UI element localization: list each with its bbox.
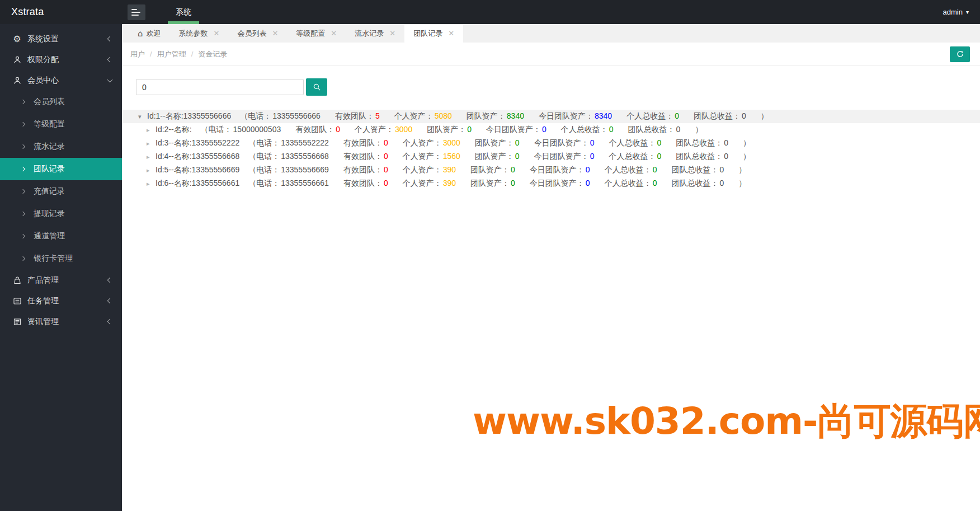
close-icon[interactable]: ✕	[331, 29, 337, 37]
row-field-valid_team: 有效团队：0	[343, 152, 388, 162]
tab-等级配置[interactable]: ⌂ 等级配置 ✕	[287, 24, 346, 43]
sidebar-subitem-团队记录[interactable]: 团队记录	[0, 158, 122, 180]
row-field-team_income: 团队总收益：0	[694, 111, 746, 121]
row-field-today_team_assets: 今日团队资产：8340	[539, 111, 612, 121]
news-icon	[12, 317, 22, 326]
header-nav-system[interactable]: 系统	[161, 0, 206, 24]
row-field-personal_income: 个人总收益：0	[609, 138, 661, 148]
sidebar-item-label: 会员中心	[27, 76, 59, 86]
close-icon[interactable]: ✕	[214, 29, 220, 37]
tab-团队记录[interactable]: ⌂ 团队记录 ✕	[404, 24, 463, 43]
row-field-personal_income: 个人总收益：0	[626, 111, 679, 121]
row-field-today_team_assets: 今日团队资产：0	[530, 165, 590, 175]
chevron-icon	[107, 298, 113, 304]
tree-row[interactable]: ▸ Id:4--名称:13355556668 （电话：13355556668有效…	[122, 150, 980, 163]
row-id-name: Id:6--名称:13355556661	[156, 179, 239, 189]
tab-label: 系统参数	[179, 29, 208, 39]
sidebar-subitem-通道管理[interactable]: 通道管理	[0, 225, 122, 247]
tab-会员列表[interactable]: ⌂ 会员列表 ✕	[228, 24, 287, 43]
expand-toggle-icon[interactable]: ▸	[147, 153, 156, 161]
expand-toggle-icon[interactable]: ▸	[147, 126, 156, 134]
sidebar-item-产品管理[interactable]: 产品管理	[0, 270, 122, 290]
search-button[interactable]	[306, 78, 327, 96]
expand-toggle-icon[interactable]: ▾	[138, 113, 147, 120]
sidebar-item-label: 资讯管理	[27, 317, 59, 327]
sidebar-subitem-label: 等级配置	[34, 119, 65, 129]
close-icon[interactable]: ✕	[272, 29, 278, 37]
row-id-name: Id:3--名称:13355552222	[156, 138, 239, 148]
sidebar-subitem-等级配置[interactable]: 等级配置	[0, 113, 122, 135]
sidebar-subitem-会员列表[interactable]: 会员列表	[0, 91, 122, 113]
row-field-team_assets: 团队资产：0	[475, 152, 520, 162]
sidebar-toggle-button[interactable]	[128, 4, 145, 20]
sidebar-subitem-流水记录[interactable]: 流水记录	[0, 135, 122, 158]
row-field-personal_income: 个人总收益：0	[605, 165, 657, 175]
home-icon: ⌂	[138, 29, 143, 39]
content: ▾ Id:1--名称:13355556666 （电话：13355556666有效…	[122, 66, 980, 190]
sidebar: ⚙ 系统设置 权限分配 会员中心 会员列表 等级配置 流水记录 团队记录 充值记…	[0, 24, 122, 511]
sidebar-subitem-提现记录[interactable]: 提现记录	[0, 203, 122, 225]
task-icon	[12, 296, 22, 306]
sidebar-item-系统设置[interactable]: ⚙ 系统设置	[0, 29, 122, 49]
row-field-valid_team: 有效团队：0	[295, 125, 340, 135]
sidebar-item-label: 产品管理	[27, 275, 59, 285]
close-icon[interactable]: ✕	[448, 29, 454, 37]
expand-toggle-icon[interactable]: ▸	[147, 167, 156, 174]
tab-系统参数[interactable]: ⌂ 系统参数 ✕	[170, 24, 229, 43]
row-field-valid_team: 有效团队：0	[343, 179, 388, 189]
tab-label: 欢迎	[147, 29, 161, 39]
row-field-personal_assets: 个人资产：5080	[394, 111, 452, 121]
row-field-today_team_assets: 今日团队资产：0	[486, 125, 546, 135]
breadcrumb-separator: /	[150, 50, 152, 58]
row-field-phone: （电话：13355556669	[248, 165, 329, 175]
row-field-team_assets: 团队资产：0	[470, 179, 515, 189]
row-field-team_income: 团队总收益：0	[676, 152, 728, 162]
sidebar-subitem-label: 通道管理	[34, 231, 65, 241]
tree-row[interactable]: ▸ Id:2--名称: （电话：15000000503有效团队：0个人资产：30…	[122, 123, 980, 137]
member-icon	[12, 76, 22, 85]
sidebar-item-权限分配[interactable]: 权限分配	[0, 49, 122, 70]
sidebar-item-资讯管理[interactable]: 资讯管理	[0, 311, 122, 332]
chevron-right-icon	[21, 212, 25, 216]
tab-欢迎[interactable]: ⌂ 欢迎 ✕	[129, 24, 170, 43]
row-field-personal_assets: 个人资产：390	[403, 165, 456, 175]
row-field-team_income: 团队总收益：0	[628, 125, 681, 135]
search-input[interactable]	[136, 79, 304, 95]
sidebar-item-任务管理[interactable]: 任务管理	[0, 290, 122, 311]
chevron-right-icon	[21, 144, 25, 149]
tab-流水记录[interactable]: ⌂ 流水记录 ✕	[346, 24, 404, 43]
chevron-icon	[107, 77, 113, 82]
close-icon[interactable]: ✕	[389, 29, 395, 37]
row-field-phone: （电话：13355556668	[248, 152, 329, 162]
sidebar-item-会员中心[interactable]: 会员中心	[0, 70, 122, 91]
sidebar-subitem-银行卡管理[interactable]: 银行卡管理	[0, 247, 122, 270]
refresh-button[interactable]	[950, 46, 970, 62]
chevron-icon	[107, 278, 113, 283]
row-field-team_assets: 团队资产：0	[470, 165, 515, 175]
row-id-name: Id:4--名称:13355556668	[156, 152, 239, 162]
chevron-icon	[107, 36, 113, 42]
sidebar-menu: ⚙ 系统设置 权限分配 会员中心 会员列表 等级配置 流水记录 团队记录 充值记…	[0, 24, 122, 332]
main-area: ⌂ 欢迎 ✕ ⌂ 系统参数 ✕ ⌂ 会员列表 ✕ ⌂ 等级配置 ✕ ⌂ 流水记录…	[122, 24, 980, 511]
tree-row[interactable]: ▸ Id:3--名称:13355552222 （电话：13355552222有效…	[122, 137, 980, 150]
row-field-team_assets: 团队资产：0	[427, 125, 472, 135]
sidebar-subitem-充值记录[interactable]: 充值记录	[0, 180, 122, 203]
search-icon	[313, 83, 321, 91]
sidebar-subitem-label: 提现记录	[34, 209, 65, 219]
row-field-personal_assets: 个人资产：3000	[403, 138, 460, 148]
tree-row[interactable]: ▸ Id:5--名称:13355556669 （电话：13355556669有效…	[122, 163, 980, 177]
row-id-name: Id:5--名称:13355556669	[156, 165, 239, 175]
tab-label: 团队记录	[413, 29, 442, 39]
top-header: Xstrata 系统 admin ▾	[0, 0, 980, 24]
app-logo: Xstrata	[0, 6, 122, 18]
tree-row[interactable]: ▸ Id:6--名称:13355556661 （电话：13355556661有效…	[122, 177, 980, 190]
row-field-personal_income: 个人总收益：0	[609, 152, 661, 162]
breadcrumb-item[interactable]: 用户	[130, 49, 145, 59]
tab-bar: ⌂ 欢迎 ✕ ⌂ 系统参数 ✕ ⌂ 会员列表 ✕ ⌂ 等级配置 ✕ ⌂ 流水记录…	[122, 24, 980, 43]
user-menu[interactable]: admin ▾	[943, 8, 969, 16]
expand-toggle-icon[interactable]: ▸	[147, 180, 156, 187]
expand-toggle-icon[interactable]: ▸	[147, 140, 156, 147]
tree-row[interactable]: ▾ Id:1--名称:13355556666 （电话：13355556666有效…	[122, 110, 980, 123]
breadcrumb-item[interactable]: 用户管理	[157, 49, 186, 59]
row-field-phone: （电话：13355556666	[240, 111, 321, 121]
